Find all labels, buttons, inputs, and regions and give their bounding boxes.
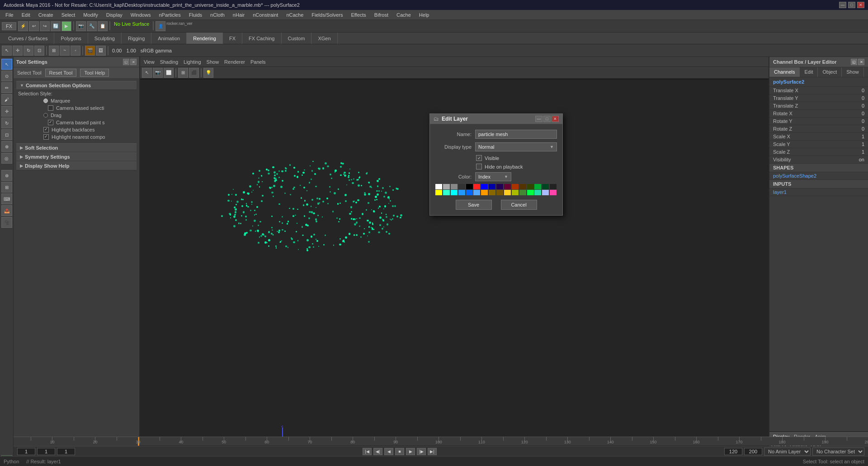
tab-rigging[interactable]: Rigging	[122, 33, 151, 44]
menu-nconstraint[interactable]: nConstraint	[249, 11, 282, 19]
color-cell-5[interactable]	[473, 184, 480, 189]
anim-end-input[interactable]	[744, 448, 762, 455]
snapping-icon[interactable]: ⊞	[1, 182, 12, 193]
snap-point-icon[interactable]: ◦	[71, 46, 80, 56]
range-end-input[interactable]	[724, 448, 742, 455]
color-cell-4[interactable]	[466, 184, 473, 189]
menu-select[interactable]: Select	[58, 11, 79, 19]
input-icon[interactable]: ⌨	[1, 193, 12, 204]
output-icon[interactable]: 📤	[1, 205, 12, 216]
universal-icon[interactable]: ⊕	[1, 141, 12, 152]
common-selection-section-header[interactable]: ▼ Common Selection Options	[16, 81, 137, 90]
dialog-close-button[interactable]: ✕	[552, 116, 559, 122]
color-cell-2[interactable]	[451, 184, 458, 189]
tool-help-button[interactable]: Tool Help	[80, 69, 109, 77]
step-back-button[interactable]: ◀|	[373, 448, 382, 455]
tab-animation[interactable]: Animation	[151, 33, 187, 44]
user-icon[interactable]: 👤	[156, 21, 165, 31]
cb-tab-show[interactable]: Show	[842, 67, 864, 77]
no-char-set-dropdown[interactable]: No Character Set	[812, 447, 864, 456]
menu-help[interactable]: Help	[415, 11, 433, 19]
tab-xgen[interactable]: XGen	[311, 33, 337, 44]
ipr-icon[interactable]: 🖼	[96, 46, 106, 56]
vp-select-icon[interactable]: ↖	[142, 68, 152, 78]
ts-float-btn[interactable]: ◱	[123, 59, 129, 65]
menu-nhair[interactable]: nHair	[229, 11, 248, 19]
color-dropdown[interactable]: Index ▼	[475, 172, 511, 181]
marquee-radio[interactable]	[43, 99, 48, 103]
dialog-minimize-button[interactable]: —	[535, 116, 542, 122]
color-cell-24[interactable]	[496, 190, 503, 195]
menu-ncloth[interactable]: nCloth	[207, 11, 228, 19]
tab-rendering[interactable]: Rendering	[187, 33, 223, 44]
render-view-icon[interactable]: 🎥	[1, 217, 12, 228]
menu-modify[interactable]: Modify	[80, 11, 101, 19]
color-cell-19[interactable]	[458, 190, 465, 195]
color-cell-0[interactable]	[435, 184, 442, 189]
tab-sculpting[interactable]: Sculpting	[88, 33, 122, 44]
layer-name-input[interactable]	[475, 130, 557, 139]
play-forward-button[interactable]: ▶	[406, 448, 415, 455]
tab-custom[interactable]: Custom	[282, 33, 312, 44]
ts-close-btn[interactable]: ✕	[130, 59, 137, 65]
no-anim-layer-dropdown[interactable]: No Anim Layer	[764, 447, 811, 456]
color-cell-27[interactable]	[519, 190, 526, 195]
reset-tool-button[interactable]: Reset Tool	[45, 69, 77, 77]
color-cell-31[interactable]	[550, 190, 557, 195]
go-end-button[interactable]: ▶|	[428, 448, 437, 455]
stop-button[interactable]: ■	[395, 448, 404, 455]
cb-close-btn[interactable]: ✕	[858, 59, 864, 65]
vp-menu-shading[interactable]: Shading	[160, 59, 178, 65]
highlight-nearest-checkbox[interactable]	[43, 134, 49, 140]
tab-fx[interactable]: FX	[223, 33, 242, 44]
maximize-button[interactable]: □	[848, 2, 855, 8]
camera-based-checkbox[interactable]	[48, 105, 53, 111]
color-cell-21[interactable]	[473, 190, 480, 195]
menu-file[interactable]: File	[2, 11, 17, 19]
color-cell-16[interactable]	[435, 190, 442, 195]
color-cell-30[interactable]	[542, 190, 549, 195]
menu-display[interactable]: Display	[103, 11, 126, 19]
select-mode-icon[interactable]: ↖	[2, 46, 12, 56]
minimize-button[interactable]: —	[839, 2, 846, 8]
color-cell-1[interactable]	[443, 184, 450, 189]
vp-render-icon[interactable]: ⬜	[164, 68, 174, 78]
toolbar-icon-1[interactable]: ⚡	[18, 21, 28, 31]
cb-tab-channels[interactable]: Channels	[769, 67, 800, 77]
toolbar-icon-5[interactable]: ▶	[61, 21, 71, 31]
range-start-input[interactable]	[37, 448, 55, 455]
dialog-maximize-button[interactable]: □	[543, 116, 551, 122]
vp-menu-view[interactable]: View	[144, 59, 155, 65]
color-cell-8[interactable]	[496, 184, 503, 189]
color-cell-3[interactable]	[458, 184, 465, 189]
vp-light-icon[interactable]: 💡	[203, 68, 213, 78]
go-start-button[interactable]: |◀	[363, 448, 372, 455]
cb-tab-edit[interactable]: Edit	[800, 67, 818, 77]
rotate-icon[interactable]: ↻	[24, 46, 33, 56]
menu-ncache[interactable]: nCache	[283, 11, 307, 19]
vp-grid-icon[interactable]: ⊞	[178, 68, 188, 78]
close-button[interactable]: ✕	[857, 2, 864, 8]
toolbar-icon-6[interactable]: 📷	[76, 21, 86, 31]
menu-bifrost[interactable]: Bifrost	[371, 11, 392, 19]
color-cell-7[interactable]	[489, 184, 495, 189]
soft-selection-header[interactable]: ▶ Soft Selection	[16, 143, 137, 152]
cb-float-btn[interactable]: ◱	[851, 59, 857, 65]
menu-fluids[interactable]: Fluids	[185, 11, 206, 19]
color-cell-17[interactable]	[443, 190, 450, 195]
toolbar-icon-4[interactable]: 🔄	[51, 21, 61, 31]
tab-fx-caching[interactable]: FX Caching	[242, 33, 281, 44]
move-tool-icon[interactable]: ✛	[1, 106, 12, 117]
toolbar-icon-7[interactable]: 🔧	[87, 21, 97, 31]
color-cell-14[interactable]	[542, 184, 549, 189]
visible-checkbox[interactable]: ✓	[476, 155, 482, 161]
drag-radio[interactable]	[43, 113, 48, 118]
vp-menu-show[interactable]: Show	[207, 59, 219, 65]
vp-menu-lighting[interactable]: Lighting	[184, 59, 201, 65]
select-tool-icon[interactable]: ↖	[1, 59, 12, 70]
menu-cache[interactable]: Cache	[393, 11, 415, 19]
color-cell-6[interactable]	[481, 184, 488, 189]
symmetry-settings-header[interactable]: ▶ Symmetry Settings	[16, 152, 137, 161]
color-cell-29[interactable]	[534, 190, 541, 195]
color-cell-26[interactable]	[512, 190, 519, 195]
